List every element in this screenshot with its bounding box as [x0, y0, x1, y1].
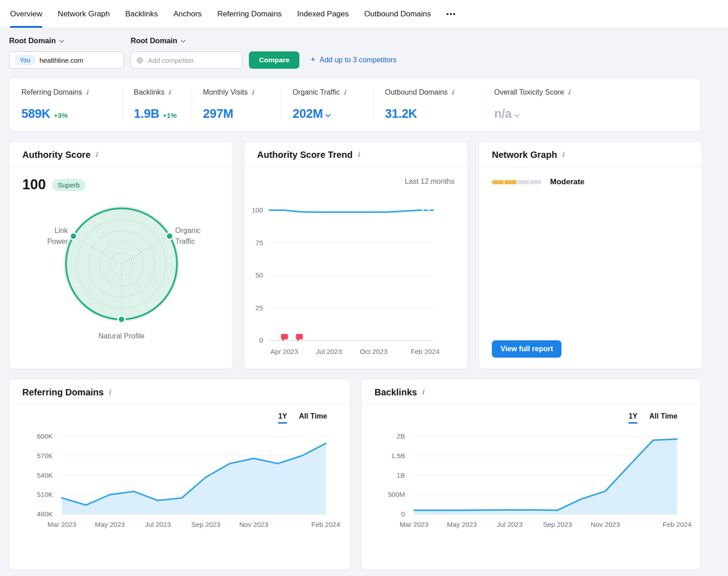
- competitor-placeholder: Add competitor: [148, 56, 194, 64]
- main-domain-input[interactable]: You healthline.com: [9, 51, 124, 69]
- svg-text:Apr 2023: Apr 2023: [270, 348, 298, 355]
- svg-text:Jul 2023: Jul 2023: [497, 520, 523, 528]
- more-tabs-button[interactable]: •••: [446, 0, 456, 28]
- svg-text:540K: 540K: [37, 471, 53, 479]
- tab-outbound-domains[interactable]: Outbound Domains: [364, 0, 431, 28]
- authority-score-badge: Superb: [52, 179, 86, 191]
- referring-domains-chart: 600K570K540K510K480KMar 2023May 2023Jul …: [10, 426, 350, 538]
- svg-text:Mar 2023: Mar 2023: [47, 520, 76, 528]
- svg-text:Jul 2023: Jul 2023: [145, 520, 171, 528]
- root-domain-selector-competitor[interactable]: Root Domain: [131, 36, 185, 45]
- info-icon[interactable]: i: [95, 152, 98, 158]
- range-toggle-1y[interactable]: 1Y: [278, 412, 287, 424]
- report-tabs: OverviewNetwork GraphBacklinksAnchorsRef…: [0, 0, 728, 28]
- svg-text:75: 75: [255, 239, 263, 247]
- metric-value[interactable]: n/a: [494, 107, 511, 121]
- chevron-down-icon[interactable]: [326, 112, 331, 117]
- competitor-input[interactable]: Add competitor: [131, 51, 243, 69]
- chevron-down-icon: [181, 38, 185, 42]
- metric-outbound-domains: Outbound Domainsi31.2K: [374, 88, 483, 121]
- svg-text:1.5B: 1.5B: [391, 452, 405, 460]
- authority-score-trend-card: Authority Score Trend i Last 12 months 1…: [244, 141, 468, 369]
- level-segment: [517, 180, 529, 184]
- tab-overview[interactable]: Overview: [10, 0, 42, 28]
- range-toggle-1y[interactable]: 1Y: [628, 412, 637, 424]
- svg-text:Jul 2023: Jul 2023: [316, 348, 342, 355]
- level-segment: [530, 180, 542, 184]
- svg-text:600K: 600K: [37, 432, 53, 440]
- info-icon[interactable]: i: [451, 89, 454, 96]
- range-toggle-all-time[interactable]: All Time: [649, 412, 677, 424]
- info-icon[interactable]: i: [344, 89, 346, 96]
- root-domain-label-main: Root Domain: [9, 36, 56, 45]
- network-graph-card: Network Graph i Moderate View full repor…: [479, 141, 703, 369]
- radar-axis-label: LinkPower: [47, 227, 68, 245]
- tab-indexed-pages[interactable]: Indexed Pages: [297, 0, 349, 28]
- svg-text:510K: 510K: [37, 490, 53, 498]
- competitor-avatar-placeholder-icon: [136, 57, 143, 64]
- info-icon[interactable]: i: [421, 389, 424, 396]
- svg-text:25: 25: [255, 304, 263, 312]
- view-full-report-button[interactable]: View full report: [492, 340, 561, 358]
- info-icon[interactable]: i: [357, 152, 360, 158]
- chevron-down-icon[interactable]: [514, 112, 519, 117]
- tab-backlinks[interactable]: Backlinks: [125, 0, 158, 28]
- card-title: Network Graph: [492, 150, 557, 160]
- toxicity-level-label: Moderate: [550, 177, 585, 187]
- tab-anchors[interactable]: Anchors: [173, 0, 202, 28]
- metric-referring-domains: Referring Domainsi589K+3%: [10, 88, 122, 121]
- svg-text:1B: 1B: [397, 471, 405, 479]
- svg-text:Nov 2023: Nov 2023: [239, 520, 268, 528]
- info-icon[interactable]: i: [108, 389, 111, 396]
- card-title: Backlinks: [374, 387, 417, 398]
- authority-score-value: 100: [22, 177, 46, 193]
- tabs-container: OverviewNetwork GraphBacklinksAnchorsRef…: [10, 0, 431, 28]
- backlinks-chart: 2B1.5B1B500M0Mar 2023May 2023Jul 2023Sep…: [362, 426, 701, 538]
- info-icon[interactable]: i: [561, 152, 564, 158]
- metric-value[interactable]: 1.9B: [134, 107, 159, 121]
- you-badge: You: [15, 55, 35, 65]
- plus-icon: +: [310, 55, 315, 65]
- svg-text:Feb 2024: Feb 2024: [662, 520, 691, 528]
- metric-value[interactable]: 202M: [293, 107, 323, 121]
- add-competitors-label: Add up to 3 competitors: [319, 56, 396, 64]
- range-toggle-all-time[interactable]: All Time: [299, 412, 327, 424]
- referring-domains-card: Referring Domains i 1Y All Time 600K570K…: [9, 379, 350, 570]
- svg-text:Oct 2023: Oct 2023: [360, 348, 388, 355]
- svg-text:500M: 500M: [388, 490, 405, 498]
- svg-text:100: 100: [252, 206, 263, 214]
- svg-text:Sep 2023: Sep 2023: [191, 520, 220, 528]
- svg-text:0: 0: [259, 336, 263, 344]
- metric-value[interactable]: 297M: [203, 107, 233, 121]
- chevron-down-icon: [59, 38, 64, 42]
- main-domain-value: healthline.com: [40, 56, 84, 64]
- svg-text:May 2023: May 2023: [447, 520, 477, 528]
- metric-label: Backlinks: [134, 88, 165, 96]
- info-icon[interactable]: i: [168, 89, 171, 96]
- toxicity-level-indicator: [492, 180, 542, 184]
- svg-text:2B: 2B: [397, 432, 405, 440]
- metric-value[interactable]: 589K: [21, 107, 50, 121]
- tab-network-graph[interactable]: Network Graph: [58, 0, 110, 28]
- svg-text:Mar 2023: Mar 2023: [399, 520, 428, 528]
- compare-button[interactable]: Compare: [249, 51, 299, 69]
- metric-value[interactable]: 31.2K: [385, 107, 417, 121]
- tab-referring-domains[interactable]: Referring Domains: [217, 0, 282, 28]
- domain-query-section: Root Domain Root Domain You healthline.c…: [0, 28, 692, 69]
- network-graph-visualization: [492, 189, 690, 339]
- level-segment: [505, 180, 516, 184]
- add-competitors-link[interactable]: + Add up to 3 competitors: [310, 56, 396, 65]
- svg-text:Feb 2024: Feb 2024: [311, 520, 340, 528]
- authority-score-radar-chart: LinkPowerOrganicTrafficNatural Profile: [22, 195, 221, 347]
- root-domain-selector-main[interactable]: Root Domain: [9, 36, 131, 45]
- info-icon[interactable]: i: [568, 89, 571, 96]
- svg-text:May 2023: May 2023: [95, 520, 125, 528]
- metric-label: Organic Traffic: [293, 88, 340, 96]
- authority-score-trend-chart: 1007550250Apr 2023Jul 2023Oct 2023Feb 20…: [244, 167, 454, 366]
- radar-axis-label: OrganicTraffic: [175, 227, 201, 245]
- info-icon[interactable]: i: [251, 89, 254, 96]
- card-title: Referring Domains: [22, 387, 104, 398]
- info-icon[interactable]: i: [86, 89, 88, 96]
- metric-delta: +3%: [54, 111, 67, 119]
- metric-label: Outbound Domains: [385, 88, 448, 96]
